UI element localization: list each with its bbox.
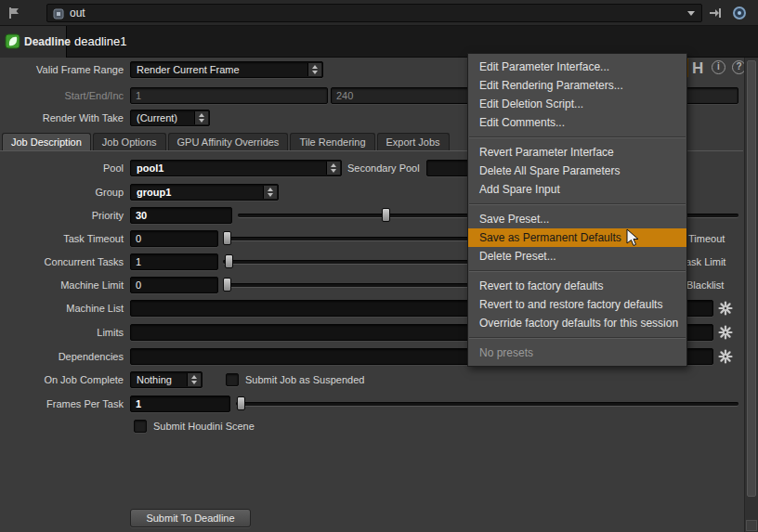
render-with-take-label: Render With Take bbox=[0, 110, 124, 126]
menu-separator bbox=[469, 337, 686, 339]
menu-item-delete-all-spare-parameters[interactable]: Delete All Spare Parameters bbox=[468, 162, 686, 180]
menu-item-no-presets: No presets bbox=[468, 344, 686, 362]
limits-menu-gear-icon[interactable] bbox=[718, 325, 733, 340]
frames-per-task-label: Frames Per Task bbox=[0, 396, 124, 412]
on-job-complete-label: On Job Complete bbox=[0, 371, 124, 388]
render-with-take-dropdown[interactable]: (Current) bbox=[130, 110, 210, 126]
parameter-gear-menu: Edit Parameter Interface... Edit Renderi… bbox=[467, 53, 687, 367]
submit-suspended-checkbox[interactable] bbox=[226, 373, 239, 386]
info-icon[interactable]: i bbox=[712, 60, 725, 74]
menu-separator bbox=[469, 270, 686, 272]
secondary-pool-label: Secondary Pool bbox=[347, 160, 420, 176]
menu-item-override-factory-defaults[interactable]: Override factory defaults for this sessi… bbox=[468, 314, 686, 332]
spinner-arrows-icon bbox=[307, 63, 321, 76]
menu-item-delete-preset[interactable]: Delete Preset... bbox=[468, 247, 686, 266]
concurrent-tasks-field[interactable]: 1 bbox=[130, 253, 218, 270]
menu-separator bbox=[469, 136, 686, 138]
slider-handle[interactable] bbox=[223, 278, 231, 292]
group-value: group1 bbox=[137, 187, 171, 198]
chevron-down-icon bbox=[687, 11, 695, 16]
machine-list-menu-gear-icon[interactable] bbox=[718, 301, 733, 316]
tab-tile-rendering[interactable]: Tile Rendering bbox=[290, 133, 374, 150]
slider-handle[interactable] bbox=[225, 254, 233, 268]
menu-item-edit-rendering-parameters[interactable]: Edit Rendering Parameters... bbox=[468, 76, 686, 95]
render-with-take-value: (Current) bbox=[137, 112, 177, 123]
spinner-arrows-icon bbox=[194, 111, 208, 124]
slider-handle[interactable] bbox=[223, 231, 231, 245]
menu-item-edit-parameter-interface[interactable]: Edit Parameter Interface... bbox=[468, 58, 686, 76]
network-path-bar: out bbox=[0, 0, 758, 26]
menu-item-revert-to-factory-defaults[interactable]: Revert to factory defaults bbox=[468, 277, 686, 295]
menu-item-save-preset[interactable]: Save Preset... bbox=[468, 210, 686, 228]
valid-frame-range-dropdown[interactable]: Render Current Frame bbox=[130, 61, 323, 78]
scrollbar-corner bbox=[746, 520, 757, 531]
group-label: Group bbox=[0, 184, 124, 201]
menu-item-revert-parameter-interface[interactable]: Revert Parameter Interface bbox=[468, 143, 686, 162]
houdini-logo-icon: H bbox=[692, 59, 703, 78]
submit-to-deadline-button[interactable]: Submit To Deadline bbox=[130, 509, 251, 527]
deadline-node-type-icon bbox=[5, 33, 20, 51]
priority-label: Priority bbox=[0, 207, 124, 224]
start-end-inc-label: Start/End/Inc bbox=[0, 87, 124, 104]
tab-job-options[interactable]: Job Options bbox=[93, 133, 166, 150]
pool-value: pool1 bbox=[137, 162, 163, 174]
node-type-tab[interactable]: Deadline bbox=[0, 26, 67, 58]
dependencies-label: Dependencies bbox=[0, 348, 124, 365]
menu-item-revert-and-restore-factory-defaults[interactable]: Revert to and restore factory defaults bbox=[468, 295, 686, 314]
parameter-tabs: Job Description Job Options GPU Affinity… bbox=[2, 133, 450, 151]
on-job-complete-value: Nothing bbox=[137, 374, 172, 385]
slider-handle[interactable] bbox=[237, 396, 245, 410]
group-dropdown[interactable]: group1 bbox=[130, 184, 279, 201]
scrollbar-thumb[interactable] bbox=[747, 60, 756, 497]
machine-limit-label: Machine Limit bbox=[0, 277, 124, 293]
node-type-label: Deadline bbox=[24, 26, 71, 58]
tab-job-description[interactable]: Job Description bbox=[2, 133, 91, 151]
blacklist-label-partial: Blacklist bbox=[686, 277, 724, 293]
valid-frame-range-label: Valid Frame Range bbox=[0, 61, 124, 78]
slider-track[interactable] bbox=[236, 402, 738, 406]
on-job-complete-dropdown[interactable]: Nothing bbox=[130, 371, 203, 388]
mouse-cursor-icon bbox=[626, 228, 639, 249]
machine-limit-field[interactable]: 0 bbox=[130, 277, 218, 293]
task-timeout-label: Task Timeout bbox=[0, 230, 124, 247]
dependencies-menu-gear-icon[interactable] bbox=[718, 349, 733, 364]
tab-export-jobs[interactable]: Export Jobs bbox=[377, 133, 450, 150]
node-name-field[interactable]: deadline1 bbox=[74, 26, 126, 58]
slider-handle[interactable] bbox=[382, 208, 390, 222]
spinner-arrows-icon bbox=[187, 373, 201, 386]
menu-item-save-as-permanent-defaults[interactable]: Save as Permanent Defaults bbox=[468, 228, 686, 247]
path-flag-icon[interactable] bbox=[7, 6, 21, 22]
priority-field[interactable]: 30 bbox=[130, 207, 232, 224]
machine-list-label: Machine List bbox=[0, 300, 124, 317]
pin-panel-icon[interactable] bbox=[708, 6, 723, 22]
network-type-icon bbox=[52, 7, 65, 25]
spinner-arrows-icon bbox=[263, 186, 277, 199]
menu-separator bbox=[469, 203, 686, 205]
task-timeout-field[interactable]: 0 bbox=[130, 230, 218, 247]
network-path-combo[interactable]: out bbox=[46, 4, 702, 22]
menu-item-edit-comments[interactable]: Edit Comments... bbox=[468, 113, 686, 132]
frame-start-field[interactable]: 1 bbox=[130, 87, 328, 104]
radial-menu-icon[interactable] bbox=[732, 6, 747, 22]
limits-label: Limits bbox=[0, 324, 124, 341]
concurrent-tasks-label: Concurrent Tasks bbox=[0, 253, 124, 270]
submit-suspended-label: Submit Job as Suspended bbox=[245, 371, 364, 388]
spinner-arrows-icon bbox=[326, 162, 340, 175]
valid-frame-range-value: Render Current Frame bbox=[137, 64, 240, 75]
pool-label: Pool bbox=[0, 160, 124, 176]
frames-per-task-field[interactable]: 1 bbox=[130, 396, 230, 412]
task-limit-label-partial: ask Limit bbox=[686, 253, 725, 270]
vertical-scrollbar[interactable] bbox=[744, 58, 758, 532]
menu-item-edit-deletion-script[interactable]: Edit Deletion Script... bbox=[468, 95, 686, 113]
tab-gpu-affinity-overrides[interactable]: GPU Affinity Overrides bbox=[168, 133, 289, 150]
auto-timeout-label-partial: Timeout bbox=[688, 230, 725, 247]
pool-dropdown[interactable]: pool1 bbox=[130, 160, 342, 176]
menu-item-add-spare-input[interactable]: Add Spare Input bbox=[468, 180, 686, 199]
submit-houdini-scene-label: Submit Houdini Scene bbox=[153, 418, 255, 435]
submit-houdini-scene-checkbox[interactable] bbox=[134, 420, 147, 433]
network-path-text: out bbox=[70, 6, 85, 19]
frames-per-task-slider[interactable] bbox=[236, 396, 738, 412]
